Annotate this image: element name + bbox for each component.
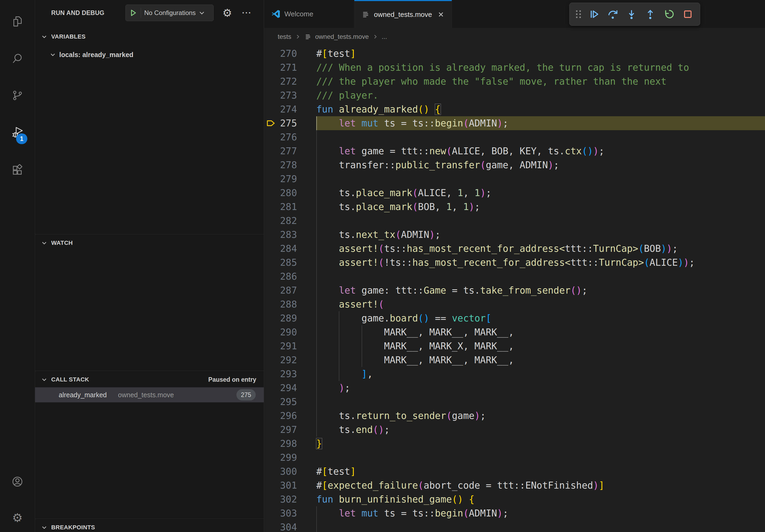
line-number[interactable]: 280 <box>280 186 297 200</box>
code-text[interactable]: #[test] <box>316 464 765 478</box>
line-number[interactable]: 279 <box>280 172 297 186</box>
gutter[interactable]: 304 <box>264 520 316 532</box>
continue-button[interactable] <box>585 5 603 24</box>
breadcrumb-folder[interactable]: tests <box>278 33 291 40</box>
settings-gear-icon[interactable]: ⚙ <box>0 501 35 532</box>
code-text[interactable]: assert!(!ts::has_most_recent_for_address… <box>316 256 765 269</box>
code-text[interactable]: MARK__, MARK__, MARK__, <box>316 353 765 367</box>
code-text[interactable] <box>316 520 765 532</box>
drag-grip-icon[interactable] <box>572 5 585 24</box>
line-number[interactable]: 281 <box>280 200 297 214</box>
line-number[interactable]: 294 <box>280 381 297 395</box>
code-text[interactable]: let mut ts = ts::begin(ADMIN); <box>316 116 765 130</box>
code-text[interactable]: fun burn_unfinished_game() { <box>316 492 765 506</box>
gutter[interactable]: 298 <box>264 437 316 450</box>
line-number[interactable]: 272 <box>280 75 297 89</box>
line-number[interactable]: 284 <box>280 242 297 256</box>
line-number[interactable]: 277 <box>280 144 297 158</box>
code-text[interactable]: /// When a position is already marked, t… <box>316 61 765 75</box>
gutter[interactable]: 300 <box>264 464 316 478</box>
code-text[interactable]: MARK__, MARK__, MARK__, <box>316 325 765 339</box>
gutter[interactable]: 271 <box>264 61 316 75</box>
tab-welcome[interactable]: Welcome <box>264 0 355 28</box>
more-actions-icon[interactable]: ··· <box>239 0 254 26</box>
line-number[interactable]: 298 <box>280 437 297 450</box>
step-into-button[interactable] <box>622 5 641 24</box>
gutter[interactable]: 297 <box>264 423 316 437</box>
step-out-button[interactable] <box>641 5 660 24</box>
code-text[interactable] <box>316 172 765 186</box>
line-number[interactable]: 295 <box>280 395 297 409</box>
line-number[interactable]: 288 <box>280 297 297 311</box>
gutter[interactable]: 277 <box>264 144 316 158</box>
gutter[interactable]: 280 <box>264 186 316 200</box>
code-text[interactable]: let game: ttt::Game = ts.take_from_sende… <box>316 283 765 297</box>
code-text[interactable]: #[test] <box>316 47 765 61</box>
gutter[interactable]: 284 <box>264 242 316 256</box>
gutter[interactable]: 301 <box>264 478 316 492</box>
line-number[interactable]: 282 <box>280 214 297 228</box>
line-number[interactable]: 301 <box>280 478 297 492</box>
gutter[interactable]: 299 <box>264 450 316 464</box>
line-number[interactable]: 276 <box>280 130 297 144</box>
gutter[interactable]: 273 <box>264 89 316 102</box>
line-number[interactable]: 286 <box>280 269 297 283</box>
gutter[interactable]: 272 <box>264 75 316 89</box>
gutter[interactable]: 290 <box>264 325 316 339</box>
start-debug-icon[interactable] <box>126 5 141 21</box>
breadcrumb-file[interactable]: owned_tests.move <box>315 33 369 40</box>
gutter[interactable]: 285 <box>264 256 316 269</box>
stop-button[interactable] <box>678 5 697 24</box>
gutter[interactable]: 302 <box>264 492 316 506</box>
code-text[interactable] <box>316 395 765 409</box>
code-text[interactable]: ); <box>316 381 765 395</box>
step-over-button[interactable] <box>603 5 622 24</box>
line-number[interactable]: 292 <box>280 353 297 367</box>
gutter[interactable]: 288 <box>264 297 316 311</box>
gutter[interactable]: 276 <box>264 130 316 144</box>
code-text[interactable]: ], <box>316 367 765 381</box>
code-text[interactable]: let mut ts = ts::begin(ADMIN); <box>316 506 765 520</box>
line-number[interactable]: 291 <box>280 339 297 353</box>
line-number[interactable]: 297 <box>280 423 297 437</box>
gutter[interactable]: 291 <box>264 339 316 353</box>
code-text[interactable]: game.board() == vector[ <box>316 311 765 325</box>
line-number[interactable]: 278 <box>280 158 297 172</box>
locals-scope-row[interactable]: locals: already_marked <box>35 48 264 62</box>
line-number[interactable]: 274 <box>280 102 297 116</box>
gutter[interactable]: 295 <box>264 395 316 409</box>
code-text[interactable]: ts.place_mark(BOB, 1, 1); <box>316 200 765 214</box>
call-stack-frame-row[interactable]: already_marked owned_tests.move 275 <box>35 387 264 402</box>
code-text[interactable]: #[expected_failure(abort_code = ttt::ENo… <box>316 478 765 492</box>
code-text[interactable]: ts.end(); <box>316 423 765 437</box>
tab-owned-tests-move[interactable]: owned_tests.move <box>355 0 452 28</box>
line-number[interactable]: 296 <box>280 409 297 423</box>
code-text[interactable]: assert!(ts::has_most_recent_for_address<… <box>316 242 765 256</box>
line-number[interactable]: 283 <box>280 228 297 242</box>
code-text[interactable]: assert!( <box>316 297 765 311</box>
source-control-icon[interactable] <box>0 79 35 112</box>
code-text[interactable] <box>316 214 765 228</box>
gutter[interactable]: 270 <box>264 47 316 61</box>
breakpoints-section-header[interactable]: BREAKPOINTS <box>35 521 264 532</box>
gutter[interactable]: 274 <box>264 102 316 116</box>
gutter[interactable]: 281 <box>264 200 316 214</box>
gutter[interactable]: 283 <box>264 228 316 242</box>
code-text[interactable]: fun already_marked() { <box>316 102 765 116</box>
code-text[interactable]: let game = ttt::new(ALICE, BOB, KEY, ts.… <box>316 144 765 158</box>
code-text[interactable]: /// the player who made the "false" move… <box>316 75 765 89</box>
gutter[interactable]: 286 <box>264 269 316 283</box>
line-number[interactable]: 271 <box>280 61 297 75</box>
gutter[interactable]: 278 <box>264 158 316 172</box>
gutter[interactable]: 282 <box>264 214 316 228</box>
line-number[interactable]: 285 <box>280 256 297 269</box>
line-number[interactable]: 290 <box>280 325 297 339</box>
code-text[interactable]: } <box>316 437 765 450</box>
line-number[interactable]: 300 <box>280 464 297 478</box>
extensions-icon[interactable] <box>0 154 35 186</box>
gutter[interactable]: 289 <box>264 311 316 325</box>
line-number[interactable]: 287 <box>280 283 297 297</box>
accounts-icon[interactable] <box>0 465 35 498</box>
breadcrumb-symbol[interactable]: ... <box>382 33 387 40</box>
debug-config-dropdown[interactable]: No Configurations <box>125 5 214 21</box>
